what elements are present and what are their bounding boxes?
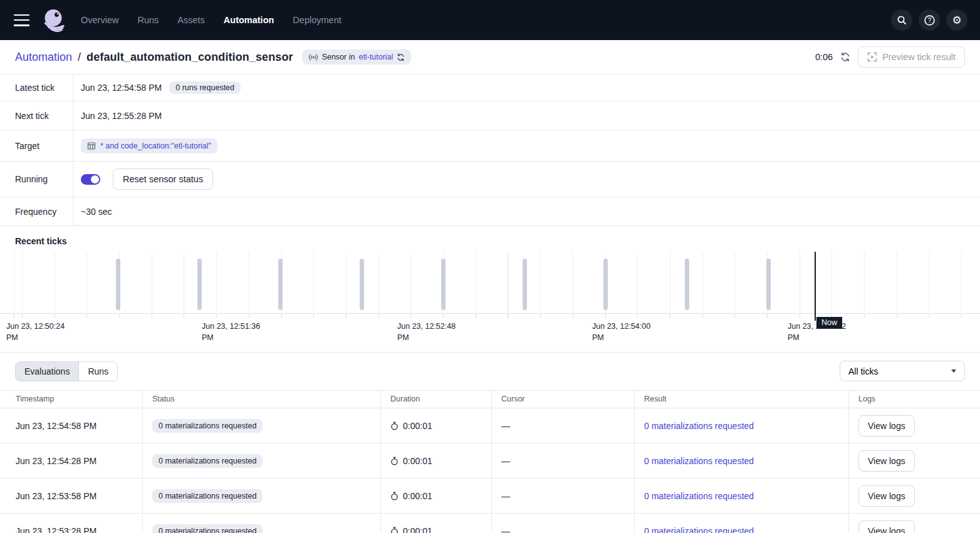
sensor-badge-text: Sensor in <box>322 53 355 61</box>
tab-evaluations[interactable]: Evaluations <box>16 362 78 381</box>
tick-cursor: — <box>492 479 635 513</box>
tick-duration: 0:00:01 <box>390 491 432 501</box>
tick-filter-dropdown[interactable]: All ticks <box>840 361 965 381</box>
settings-button[interactable]: ⚙ <box>946 9 967 31</box>
tick-result-link[interactable]: 0 materializations requested <box>644 456 754 466</box>
tick-timeline-plot <box>0 252 980 314</box>
tick-bar[interactable] <box>685 259 689 310</box>
tick-timestamp: Jun 23, 12:53:28 PM <box>0 514 143 533</box>
col-header-logs: Logs <box>849 391 980 408</box>
tick-cursor: — <box>492 408 635 443</box>
search-button[interactable] <box>891 9 912 31</box>
view-logs-button[interactable]: View logs <box>858 485 915 507</box>
tick-bar[interactable] <box>360 259 364 310</box>
refresh-icon[interactable] <box>840 52 850 62</box>
ticks-toolbar: Evaluations Runs All ticks <box>0 352 980 390</box>
tick-bar[interactable] <box>197 259 202 310</box>
detail-label: Running <box>0 162 73 197</box>
menu-icon[interactable] <box>14 14 29 26</box>
tick-status-badge: 0 materializations requested <box>152 524 263 533</box>
code-location-link[interactable]: etl-tutorial <box>358 53 393 61</box>
tick-cursor: — <box>492 514 635 533</box>
reload-location-icon[interactable] <box>397 53 405 61</box>
stopwatch-icon <box>390 492 399 500</box>
preview-tick-result-button[interactable]: Preview tick result <box>858 46 965 68</box>
tick-bar[interactable] <box>523 259 527 310</box>
preview-button-label: Preview tick result <box>882 52 956 62</box>
tick-bar[interactable] <box>116 259 120 310</box>
table-row: Jun 23, 12:53:58 PM 0 materializations r… <box>0 479 980 514</box>
nav-item-deployment[interactable]: Deployment <box>293 15 341 25</box>
svg-text:?: ? <box>927 17 931 24</box>
view-logs-button[interactable]: View logs <box>858 415 915 437</box>
breadcrumb-automation-link[interactable]: Automation <box>15 51 72 64</box>
tick-duration: 0:00:01 <box>390 421 432 431</box>
table-header-row: Timestamp Status Duration Cursor Result … <box>0 391 980 408</box>
table-row: Jun 23, 12:54:58 PM 0 materializations r… <box>0 408 980 443</box>
running-toggle[interactable] <box>81 174 100 185</box>
stopwatch-icon <box>390 422 399 430</box>
timeline-axis-label: Jun 23, 12:50:24 PM <box>6 321 70 343</box>
stopwatch-icon <box>390 457 399 465</box>
view-logs-button[interactable]: View logs <box>858 520 915 533</box>
page-header: Automation / default_automation_conditio… <box>0 40 980 75</box>
detail-row-target: Target * and code_location:"etl-tutorial… <box>0 130 980 162</box>
primary-nav: Overview Runs Assets Automation Deployme… <box>81 15 341 25</box>
stopwatch-icon <box>390 527 399 533</box>
breadcrumb: Automation / default_automation_conditio… <box>15 51 293 64</box>
evaluations-table: Timestamp Status Duration Cursor Result … <box>0 390 980 533</box>
tick-timeline: Now Jun 23, 12:50:24 PMJun 23, 12:51:36 … <box>0 252 980 344</box>
detail-label: Target <box>0 130 73 161</box>
refresh-countdown: 0:06 <box>815 52 833 62</box>
reset-sensor-status-button[interactable]: Reset sensor status <box>113 168 213 190</box>
col-header-cursor: Cursor <box>492 391 635 408</box>
tick-bar[interactable] <box>441 259 446 310</box>
col-header-result: Result <box>635 391 849 408</box>
view-logs-button[interactable]: View logs <box>858 450 915 472</box>
tick-status-badge: 0 materializations requested <box>152 489 263 503</box>
nav-item-assets[interactable]: Assets <box>177 15 205 25</box>
nav-item-overview[interactable]: Overview <box>81 15 118 25</box>
tick-timestamp: Jun 23, 12:54:28 PM <box>0 443 143 478</box>
recent-ticks-title: Recent ticks <box>0 226 980 252</box>
page-title: default_automation_condition_sensor <box>86 51 293 64</box>
tick-bar[interactable] <box>766 259 771 310</box>
now-marker-label: Now <box>816 317 842 329</box>
toggle-knob <box>91 175 99 184</box>
tick-bar[interactable] <box>603 259 608 310</box>
timeline-axis-label: Jun 23, 12:54:00 PM <box>592 321 656 343</box>
preview-icon <box>867 52 877 62</box>
chevron-down-icon <box>951 370 956 373</box>
tick-result-link[interactable]: 0 materializations requested <box>644 421 754 431</box>
now-marker-line <box>815 252 816 321</box>
detail-row-next-tick: Next tick Jun 23, 12:55:28 PM <box>0 101 980 130</box>
detail-row-latest-tick: Latest tick Jun 23, 12:54:58 PM 0 runs r… <box>0 75 980 101</box>
tick-duration: 0:00:01 <box>390 526 432 533</box>
tick-filter-value: All ticks <box>848 366 878 376</box>
detail-label: Next tick <box>0 101 73 130</box>
timeline-axis-label: Jun 23, 12:51:36 PM <box>202 321 266 343</box>
detail-label: Frequency <box>0 197 73 225</box>
sensor-location-badge: Sensor in etl-tutorial <box>302 49 412 65</box>
tick-result-link[interactable]: 0 materializations requested <box>644 491 754 501</box>
frequency-value: ~30 sec <box>81 207 112 217</box>
tick-cursor: — <box>492 443 635 478</box>
col-header-duration: Duration <box>381 391 492 408</box>
nav-item-automation[interactable]: Automation <box>224 15 274 25</box>
tick-result-link[interactable]: 0 materializations requested <box>644 526 754 533</box>
target-selection-pill[interactable]: * and code_location:"etl-tutorial" <box>81 138 217 153</box>
breadcrumb-separator: / <box>78 51 81 64</box>
target-selection-text: * and code_location:"etl-tutorial" <box>100 142 211 150</box>
dagster-logo[interactable] <box>41 7 67 33</box>
search-icon <box>897 15 907 25</box>
tick-timestamp: Jun 23, 12:53:58 PM <box>0 479 143 513</box>
help-button[interactable]: ? <box>919 9 940 31</box>
tab-runs[interactable]: Runs <box>78 362 117 381</box>
nav-item-runs[interactable]: Runs <box>137 15 159 25</box>
col-header-status: Status <box>143 391 381 408</box>
asset-table-icon <box>87 142 96 150</box>
tick-bar[interactable] <box>278 259 283 310</box>
sensor-icon <box>308 53 318 61</box>
detail-row-frequency: Frequency ~30 sec <box>0 197 980 226</box>
top-navigation: Overview Runs Assets Automation Deployme… <box>0 0 980 40</box>
